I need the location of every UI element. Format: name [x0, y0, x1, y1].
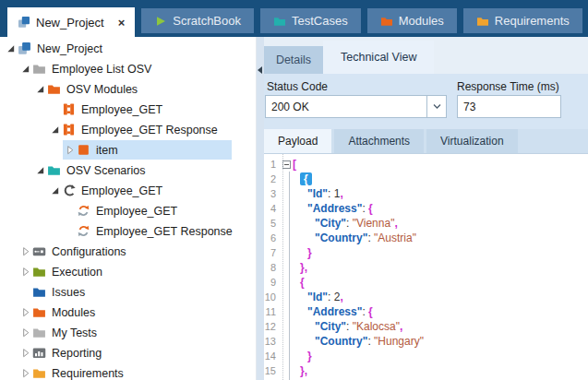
- folder-icon: [32, 285, 46, 299]
- code-text: "Address": {: [293, 201, 373, 216]
- tree-item-new-project[interactable]: New_Project: [0, 39, 232, 59]
- expander-icon[interactable]: [33, 83, 46, 96]
- tab-virtualization[interactable]: Virtualization: [426, 129, 517, 153]
- code-line[interactable]: 12"City": "Kalocsa",: [264, 319, 588, 334]
- detail-tab-strip: DetailsTechnical View: [264, 37, 588, 74]
- play-icon: [154, 15, 167, 28]
- folder-icon: [32, 326, 46, 339]
- tree-item-label: Employee List OSV: [52, 63, 151, 76]
- tab-attachments[interactable]: Attachments: [334, 129, 424, 153]
- code-line[interactable]: 15},: [264, 363, 588, 378]
- tree-item-label: Issues: [52, 286, 85, 299]
- refresh-icon: [77, 224, 90, 238]
- window-tab-requirements[interactable]: Requirements: [463, 8, 582, 33]
- tree-item-label: OSV Scenarios: [66, 164, 145, 177]
- window-tab-label: Requirements: [495, 14, 570, 28]
- status-code-label: Status Code: [267, 80, 328, 93]
- tree-item-label: Requirements: [52, 367, 124, 380]
- tree-item-item[interactable]: item: [0, 140, 232, 160]
- code-line[interactable]: 14}: [264, 349, 588, 363]
- code-line[interactable]: 1[: [264, 157, 588, 172]
- code-line[interactable]: 8},: [264, 260, 588, 275]
- tree-item-osv-scenarios[interactable]: OSV Scenarios: [0, 160, 232, 181]
- tree-item-requirements[interactable]: Requirements: [0, 363, 232, 380]
- tree-item-osv-modules[interactable]: OSV Modules: [0, 79, 232, 100]
- expander-icon[interactable]: [63, 144, 76, 157]
- code-line[interactable]: 3"Id": 1,: [264, 186, 588, 201]
- collapse-panel-icon[interactable]: [258, 66, 262, 74]
- tab-technical-view[interactable]: Technical View: [323, 41, 434, 74]
- expander-icon[interactable]: [48, 124, 61, 137]
- line-number: 8: [264, 260, 280, 275]
- expander-icon[interactable]: [18, 245, 31, 258]
- tree-item-reporting[interactable]: Reporting: [0, 343, 232, 363]
- status-code-select[interactable]: 200 OK: [265, 95, 447, 118]
- expander-icon[interactable]: [18, 367, 31, 380]
- expander-icon[interactable]: [18, 63, 31, 76]
- code-line[interactable]: 9{: [264, 275, 588, 290]
- tab-details[interactable]: Details: [264, 46, 323, 74]
- line-number: 13: [264, 334, 280, 349]
- code-text: }: [293, 349, 312, 363]
- code-line[interactable]: 5"City": "Vienna",: [264, 216, 588, 231]
- payload-code-editor[interactable]: 1[2{3"Id": 1,4"Address": {5"City": "Vien…: [264, 154, 588, 380]
- expander-icon[interactable]: [18, 266, 31, 279]
- chevron-down-icon[interactable]: [426, 96, 446, 117]
- folder-icon: [32, 305, 46, 319]
- window-tab-modules[interactable]: Modules: [367, 8, 457, 33]
- tree-item-employee-list-osv[interactable]: Employee List OSV: [0, 59, 232, 79]
- expander-icon[interactable]: [18, 327, 31, 339]
- tree-item-employee-get-response[interactable]: Employee_GET Response: [0, 221, 232, 242]
- code-line[interactable]: 10"Id": 2,: [264, 290, 588, 304]
- line-number: 11: [264, 304, 280, 319]
- folder-icon: [273, 15, 286, 28]
- code-text: },: [293, 363, 307, 378]
- window-tab-testcases[interactable]: TestCases: [260, 8, 361, 33]
- folder-icon: [32, 62, 46, 76]
- code-line[interactable]: 2{: [264, 172, 588, 186]
- code-line[interactable]: 6"Country": "Austria": [264, 231, 588, 245]
- code-text: "Id": 1,: [293, 186, 343, 201]
- expander-icon[interactable]: [4, 42, 17, 55]
- expander-icon[interactable]: [33, 164, 46, 177]
- report-icon: [32, 346, 46, 360]
- expander-placeholder: [48, 103, 61, 116]
- tab-payload[interactable]: Payload: [264, 129, 331, 153]
- close-icon[interactable]: ×: [118, 17, 126, 29]
- scenario-icon: [62, 184, 76, 197]
- code-text: "City": "Vienna",: [293, 216, 398, 231]
- code-line[interactable]: 7}: [264, 245, 588, 260]
- tree-item-label: Employee_GET: [81, 184, 162, 197]
- expander-icon[interactable]: [18, 306, 31, 319]
- tree-item-employee-get[interactable]: Employee_GET: [0, 181, 232, 201]
- refresh-icon: [77, 204, 90, 218]
- window-tab-new-project[interactable]: New_Project×: [7, 7, 135, 37]
- code-line[interactable]: 13"Country": "Hungary": [264, 334, 588, 349]
- response-panel: DetailsTechnical View Status Code 200 OK…: [264, 37, 588, 380]
- code-line[interactable]: 11"Address": {: [264, 304, 588, 319]
- expander-icon[interactable]: [18, 347, 31, 360]
- tree-item-employee-get-response[interactable]: Employee_GET Response: [0, 120, 232, 140]
- response-time-input[interactable]: [457, 95, 561, 118]
- tree-item-my-tests[interactable]: My Tests: [0, 323, 232, 343]
- folder-icon: [380, 15, 393, 28]
- line-number: 6: [264, 231, 280, 245]
- tree-item-label: Employee_GET Response: [81, 124, 218, 137]
- tree-item-employee-get[interactable]: Employee_GET: [0, 201, 232, 221]
- tree-item-execution[interactable]: Execution: [0, 262, 232, 282]
- tree-item-issues[interactable]: Issues: [0, 282, 232, 303]
- code-line[interactable]: 4"Address": {: [264, 201, 588, 216]
- payload-tab-strip: PayloadAttachmentsVirtualization: [264, 129, 588, 154]
- line-number: 15: [264, 363, 280, 378]
- tree-item-label: item: [96, 144, 118, 157]
- window-tab-scratchbook[interactable]: ScratchBook: [141, 8, 254, 33]
- tree-item-modules[interactable]: Modules: [0, 303, 232, 323]
- tree-item-employee-get[interactable]: Employee_GET: [0, 100, 232, 120]
- folder-icon: [32, 366, 46, 380]
- expander-icon[interactable]: [48, 184, 61, 197]
- panel-splitter[interactable]: [257, 37, 264, 380]
- line-number: 3: [264, 186, 280, 201]
- tree-item-configurations[interactable]: Configurations: [0, 242, 232, 262]
- square-icon: [77, 143, 90, 157]
- folder-icon: [47, 163, 61, 177]
